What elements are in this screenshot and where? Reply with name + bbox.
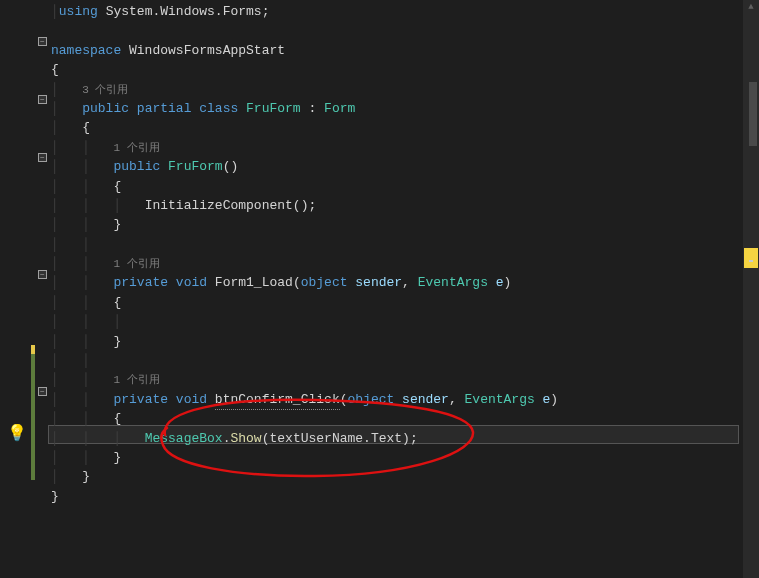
- code-line[interactable]: │using System.Windows.Forms;: [51, 2, 558, 21]
- code-line[interactable]: │ │ │ MessageBox.Show(textUserName.Text)…: [51, 429, 558, 448]
- gutter: − − − − − 💡: [0, 0, 48, 578]
- fold-btn[interactable]: −: [38, 95, 47, 104]
- scrollbar-arrow-up[interactable]: ▲: [745, 2, 757, 14]
- code-line[interactable]: │ │ private void Form1_Load(object sende…: [51, 273, 558, 292]
- code-line[interactable]: │ │ 1 个引用: [51, 138, 558, 157]
- code-line[interactable]: │ │ }: [51, 215, 558, 234]
- code-line[interactable]: │ public partial class FruForm : Form: [51, 99, 558, 118]
- code-line[interactable]: │ │ }: [51, 332, 558, 351]
- code-line[interactable]: │ {: [51, 118, 558, 137]
- scrollbar-caret-marker: [749, 260, 753, 262]
- code-line[interactable]: │ │: [51, 235, 558, 254]
- fold-btn[interactable]: −: [38, 37, 47, 46]
- change-marker: [31, 345, 35, 354]
- code-line[interactable]: │ │ 1 个引用: [51, 254, 558, 273]
- code-content[interactable]: │using System.Windows.Forms; namespace W…: [51, 2, 558, 506]
- lightbulb-icon[interactable]: 💡: [7, 423, 21, 441]
- code-line[interactable]: │ │ private void btnConfirm_Click(object…: [51, 390, 558, 409]
- code-line[interactable]: [51, 21, 558, 40]
- code-line[interactable]: }: [51, 487, 558, 506]
- fold-btn[interactable]: −: [38, 270, 47, 279]
- code-editor[interactable]: − − − − − 💡 │using System.Windows.Forms;…: [0, 0, 759, 578]
- code-line[interactable]: {: [51, 60, 558, 79]
- code-line[interactable]: │ │ }: [51, 448, 558, 467]
- code-line[interactable]: │ │ │: [51, 312, 558, 331]
- scrollbar-marker: [744, 248, 758, 268]
- code-line[interactable]: │ 3 个引用: [51, 80, 558, 99]
- fold-btn[interactable]: −: [38, 387, 47, 396]
- vertical-scrollbar[interactable]: [743, 0, 759, 578]
- code-line[interactable]: │ │ {: [51, 409, 558, 428]
- code-line[interactable]: │ │ public FruForm(): [51, 157, 558, 176]
- code-line[interactable]: │ │ 1 个引用: [51, 370, 558, 389]
- code-line[interactable]: │ │ {: [51, 293, 558, 312]
- code-line[interactable]: namespace WindowsFormsAppStart: [51, 41, 558, 60]
- code-line[interactable]: │ │ {: [51, 177, 558, 196]
- code-line[interactable]: │ │: [51, 351, 558, 370]
- code-line[interactable]: │ }: [51, 467, 558, 486]
- scrollbar-thumb[interactable]: [749, 82, 757, 146]
- fold-btn[interactable]: −: [38, 153, 47, 162]
- code-line[interactable]: │ │ │ InitializeComponent();: [51, 196, 558, 215]
- change-marker: [31, 345, 35, 480]
